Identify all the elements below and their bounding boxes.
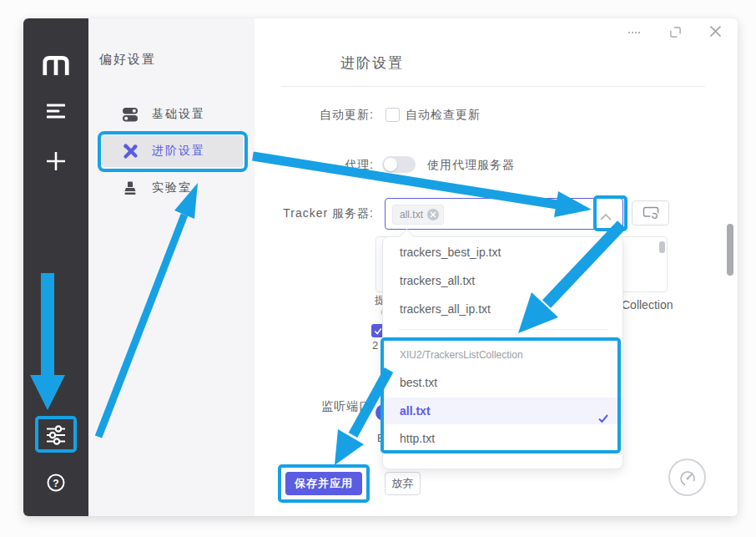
auto-update-option-label: 自动检查更新	[406, 108, 481, 123]
listen-port-label: 监听端口	[321, 399, 376, 414]
dropdown-option[interactable]: trackers_best_ip.txt	[383, 239, 622, 266]
maximize-button[interactable]	[668, 24, 683, 39]
proxy-toggle[interactable]	[382, 156, 416, 173]
auto-update-checkbox[interactable]	[386, 108, 400, 122]
dropdown-option-label: all.txt	[400, 404, 431, 418]
toggles-icon	[122, 106, 139, 123]
help-text-collection: Collection	[622, 298, 680, 312]
maximize-icon	[669, 26, 682, 38]
sidebar-item-advanced[interactable]: 进阶设置	[102, 135, 243, 167]
dropdown-option[interactable]: http.txt	[383, 425, 622, 452]
dropdown-option[interactable]: trackers_all_ip.txt	[383, 296, 622, 322]
text-fragment: 2	[372, 339, 381, 352]
close-button[interactable]	[708, 23, 723, 38]
stamp-icon	[122, 180, 139, 196]
screenshot-stage: ? 偏好设置 基础设置	[0, 0, 756, 537]
proxy-label: 代理:	[255, 158, 374, 173]
tracker-label: Tracker 服务器:	[255, 206, 374, 221]
help-text-fragment: 〈	[375, 306, 382, 320]
tag-close-icon[interactable]	[427, 209, 439, 220]
sync-icon	[643, 206, 659, 220]
page-title: 进阶设置	[340, 53, 404, 73]
motrix-logo-icon	[42, 53, 70, 75]
app-sidebar: ?	[23, 18, 88, 516]
help-icon[interactable]: ?	[23, 473, 88, 493]
auto-update-label: 自动更新:	[255, 108, 374, 123]
dropdown-option-selected[interactable]: all.txt	[383, 398, 622, 424]
panel-title: 偏好设置	[99, 52, 156, 68]
textarea-scrollbar[interactable]	[659, 241, 665, 253]
sidebar-item-lab[interactable]: 实验室	[102, 172, 243, 204]
minimize-button[interactable]	[627, 27, 642, 38]
dropdown-divider	[398, 329, 607, 330]
tools-icon	[122, 143, 139, 160]
gauge-icon	[677, 467, 698, 489]
tracker-select[interactable]: all.txt	[385, 198, 623, 230]
minimize-icon	[628, 32, 640, 33]
save-apply-button[interactable]: 保存并应用	[285, 472, 362, 495]
app-window: ? 偏好设置 基础设置	[23, 18, 738, 516]
tracker-tag-label: all.txt	[400, 209, 423, 220]
toggle-knob	[384, 158, 397, 171]
main-scrollbar[interactable]	[727, 224, 733, 276]
sidebar-item-basic[interactable]: 基础设置	[102, 99, 243, 130]
dropdown-option[interactable]: best.txt	[383, 369, 622, 396]
task-list-icon[interactable]	[23, 102, 88, 120]
sync-tracker-button[interactable]	[632, 200, 669, 225]
close-icon	[709, 25, 722, 38]
sidebar-item-label: 基础设置	[152, 107, 205, 122]
chevron-up-icon[interactable]	[599, 210, 612, 225]
preferences-icon[interactable]	[23, 424, 88, 446]
motrix-logo	[23, 52, 88, 77]
preferences-panel: 偏好设置 基础设置	[88, 18, 255, 516]
dropdown-option[interactable]: trackers_all.txt	[383, 267, 622, 294]
tracker-tag: all.txt	[392, 205, 444, 225]
title-divider	[281, 86, 705, 87]
sidebar-item-label: 实验室	[152, 180, 192, 195]
svg-text:?: ?	[53, 478, 58, 489]
add-task-icon[interactable]	[23, 150, 88, 172]
main-content: 进阶设置 自动更新: 自动检查更新 代理: 使用代理服务器 Tracker 服务…	[255, 18, 738, 516]
sidebar-item-label: 进阶设置	[152, 144, 205, 159]
speed-gauge-button[interactable]	[668, 458, 706, 496]
proxy-option-label: 使用代理服务器	[427, 158, 515, 173]
dropdown-group-label: XIU2/TrackersListCollection	[400, 347, 523, 362]
tracker-dropdown: trackers_best_ip.txt trackers_all.txt tr…	[382, 236, 623, 469]
discard-button[interactable]: 放弃	[385, 472, 421, 495]
